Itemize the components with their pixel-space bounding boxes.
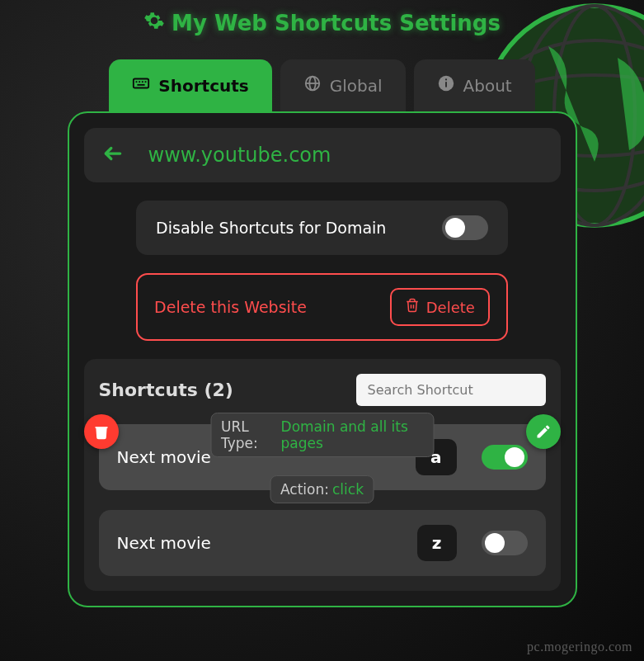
tabs: Shortcuts Global About (0, 59, 644, 111)
delete-website-bar: Delete this Website Delete (136, 273, 508, 341)
shortcut-toggle[interactable] (482, 445, 528, 470)
domain-name: www.youtube.com (148, 144, 331, 167)
svg-rect-7 (139, 81, 141, 83)
info-icon (437, 74, 455, 97)
svg-rect-9 (145, 81, 147, 83)
tab-shortcuts[interactable]: Shortcuts (109, 59, 271, 111)
page-title: My Web Shortcuts Settings (0, 0, 644, 43)
delete-button-label: Delete (426, 299, 475, 316)
shortcuts-section: Shortcuts (2) URL Type: Domain and all i… (84, 359, 561, 591)
svg-rect-15 (445, 82, 447, 87)
shortcut-key: z (417, 525, 457, 561)
edit-shortcut-button[interactable] (526, 414, 561, 449)
domain-bar: www.youtube.com (84, 128, 561, 182)
gear-icon (143, 10, 165, 36)
action-value: click (332, 481, 364, 498)
svg-rect-6 (136, 81, 138, 83)
settings-panel: www.youtube.com Disable Shortcuts for Do… (68, 111, 577, 607)
svg-rect-8 (142, 81, 143, 83)
tab-about[interactable]: About (414, 59, 535, 111)
globe-icon (303, 74, 322, 97)
url-type-value: Domain and all its pages (281, 418, 423, 451)
tab-label: About (463, 76, 512, 96)
shortcuts-header: Shortcuts (2) (99, 374, 546, 406)
shortcuts-title: Shortcuts (2) (99, 380, 233, 400)
disable-shortcuts-bar: Disable Shortcuts for Domain (136, 201, 508, 255)
svg-rect-5 (134, 79, 148, 88)
svg-rect-10 (138, 84, 145, 86)
back-arrow-icon[interactable] (102, 143, 124, 168)
disable-label: Disable Shortcuts for Domain (156, 219, 386, 237)
shortcut-row[interactable]: Next movie z (99, 510, 546, 576)
tab-label: Global (330, 76, 383, 96)
tab-global[interactable]: Global (280, 59, 406, 111)
svg-point-16 (444, 78, 446, 80)
trash-icon (405, 298, 420, 316)
url-type-badge: URL Type: Domain and all its pages (210, 413, 434, 457)
delete-button[interactable]: Delete (390, 288, 490, 326)
action-badge: Action: click (270, 475, 374, 503)
delete-shortcut-button[interactable] (84, 414, 119, 449)
search-shortcut-input[interactable] (356, 374, 546, 406)
url-type-label: URL Type: (221, 418, 278, 451)
action-label: Action: (280, 481, 329, 498)
shortcut-name: Next movie (117, 533, 417, 553)
tab-label: Shortcuts (158, 76, 248, 96)
disable-toggle[interactable] (442, 215, 488, 240)
keyboard-icon (132, 74, 150, 97)
shortcut-toggle[interactable] (482, 531, 528, 555)
delete-label: Delete this Website (154, 298, 307, 316)
watermark: pc.mogeringo.com (527, 640, 632, 654)
